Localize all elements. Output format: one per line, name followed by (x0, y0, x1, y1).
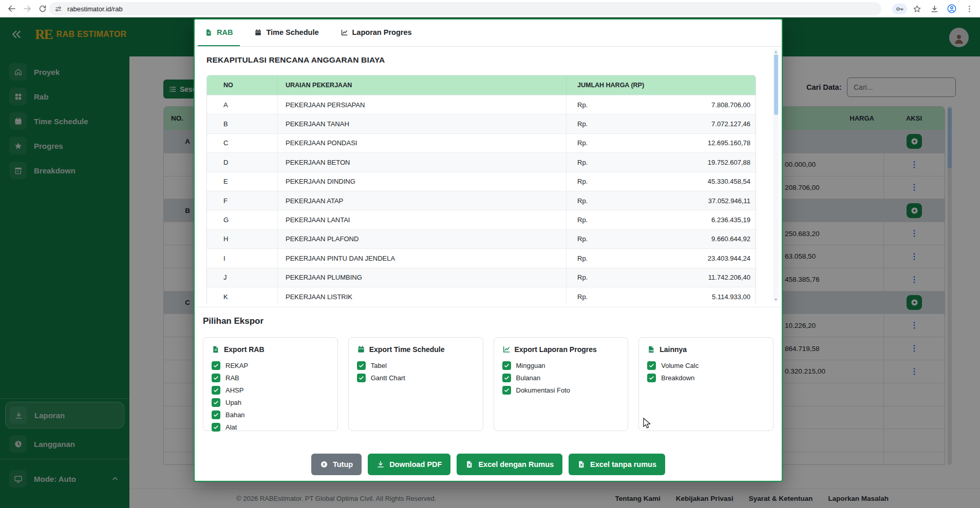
browser-profile-avatar[interactable] (944, 1, 959, 16)
checkbox-bahan[interactable]: Bahan (212, 408, 329, 421)
checkbox-bulanan[interactable]: Bulanan (502, 372, 620, 384)
screen: rabestimator.id/rab RE RAB ESTIMATOR Pro… (0, 0, 980, 508)
checkbox-checked-icon (212, 361, 220, 370)
checkbox-breakdown[interactable]: Breakdown (647, 372, 765, 384)
checkbox-dokumentasi-foto[interactable]: Dokumentasi Foto (502, 384, 620, 396)
browser-toolbar: rabestimator.id/rab (0, 0, 980, 17)
bookmark-star-icon[interactable] (909, 1, 925, 16)
rekap-row: JPEKERJAAN PLUMBINGRp.11.742.206,40 (207, 268, 756, 287)
rekap-table: NO URAIAN PEKERJAAN JUMLAH HARGA (RP) AP… (206, 75, 756, 304)
checkbox-checked-icon (357, 361, 366, 370)
downloads-icon[interactable] (927, 1, 942, 16)
browser-reload-button[interactable] (35, 1, 50, 16)
checkbox-volume-calc[interactable]: Volume Calc (647, 359, 765, 372)
checkbox-checked-icon (647, 361, 656, 370)
modal-scroll-area[interactable]: REKAPITULASI RENCANA ANGGARAN BIAYA NO U… (195, 47, 782, 304)
rekap-row: HPEKERJAAN PLAFONDRp.9.660.644,92 (207, 229, 756, 248)
modal-footer: Tutup Download PDF Excel dengan Rumus Ex… (195, 454, 782, 476)
rekap-row: DPEKERJAAN BETONRp.19.752.607,88 (207, 152, 756, 171)
export-lainnya-card: Lainnya Volume Calc Breakdown (638, 337, 774, 431)
checkbox-upah[interactable]: Upah (212, 396, 329, 408)
browser-menu-icon[interactable] (962, 1, 977, 16)
password-key-icon[interactable] (895, 5, 904, 13)
checkbox-checked-icon (647, 374, 656, 382)
scroll-down-arrow[interactable]: ▼ (773, 298, 779, 301)
export-options-section: Pilihan Ekspor Export RAB REKAP RAB AHSP… (195, 307, 782, 431)
export-time-schedule-card: Export Time Schedule Tabel Gantt Chart (348, 337, 483, 431)
rekap-row: GPEKERJAAN LANTAIRp.6.236.435,19 (207, 210, 756, 229)
laporan-export-modal: RAB Time Schedule Laporan Progres REKAPI… (194, 18, 783, 482)
scrollbar-thumb[interactable] (774, 54, 778, 115)
rekap-row: FPEKERJAAN ATAPRp.37.052.946,11 (207, 191, 756, 210)
checkbox-rab[interactable]: RAB (212, 372, 329, 384)
checkbox-ahsp[interactable]: AHSP (212, 384, 329, 396)
excel-file-icon (577, 460, 586, 468)
site-settings-icon[interactable] (54, 5, 62, 13)
tab-rab[interactable]: RAB (198, 19, 240, 46)
modal-scrollbar[interactable]: ▲ ▼ (773, 49, 779, 302)
rekap-row: BPEKERJAAN TANAHRp.7.072.127,46 (207, 114, 756, 133)
scroll-up-arrow[interactable]: ▲ (773, 50, 779, 53)
file-pdf-icon (647, 345, 655, 354)
close-button[interactable]: Tutup (311, 454, 362, 475)
checkbox-checked-icon (212, 398, 220, 407)
address-bar[interactable]: rabestimator.id/rab (49, 2, 881, 15)
file-icon (205, 29, 213, 36)
checkbox-gantt-chart[interactable]: Gantt Chart (357, 372, 475, 384)
checkbox-checked-icon (212, 411, 220, 419)
browser-back-button[interactable] (4, 1, 20, 16)
checkbox-rekap[interactable]: REKAP (212, 359, 329, 372)
export-rab-card: Export RAB REKAP RAB AHSP Upah Bahan Ala… (203, 337, 338, 431)
download-icon (376, 460, 385, 468)
url-text: rabestimator.id/rab (67, 5, 123, 13)
calendar-icon (357, 345, 365, 354)
checkbox-checked-icon (212, 386, 220, 395)
excel-without-formulas-button[interactable]: Excel tanpa rumus (569, 454, 665, 475)
checkbox-checked-icon (502, 386, 511, 395)
x-circle-icon (320, 460, 328, 468)
chart-icon (341, 29, 348, 36)
checkbox-checked-icon (212, 423, 220, 432)
browser-forward-button[interactable] (20, 1, 35, 16)
modal-title: REKAPITULASI RENCANA ANGGARAN BIAYA (206, 55, 782, 65)
checkbox-alat[interactable]: Alat (212, 421, 329, 433)
checkbox-checked-icon (502, 374, 511, 382)
rekap-row: APEKERJAAN PERSIAPANRp.7.808.706,00 (207, 95, 756, 114)
rekap-row: CPEKERJAAN PONDASIRp.12.695.160,78 (207, 133, 756, 152)
checkbox-checked-icon (502, 361, 511, 370)
checkbox-checked-icon (357, 374, 366, 382)
excel-file-icon (465, 460, 474, 468)
file-icon (212, 345, 220, 354)
tab-time-schedule[interactable]: Time Schedule (247, 19, 326, 46)
calendar-icon (254, 29, 262, 36)
export-laporan-progres-card: Export Laporan Progres Mingguan Bulanan … (494, 337, 629, 431)
checkbox-tabel[interactable]: Tabel (357, 359, 475, 372)
excel-with-formulas-button[interactable]: Excel dengan Rumus (457, 454, 562, 475)
chart-icon (502, 345, 511, 354)
export-heading: Pilihan Ekspor (203, 316, 782, 326)
mouse-cursor (643, 418, 652, 430)
rekap-row: IPEKERJAAN PINTU DAN JENDELARp.23.403.94… (207, 248, 756, 267)
checkbox-checked-icon (212, 374, 220, 382)
modal-tab-bar: RAB Time Schedule Laporan Progres (195, 19, 782, 47)
rekap-row: KPEKERJAAN LISTRIKRp.5.114.933,00 (207, 287, 756, 304)
password-key-pill (892, 4, 907, 14)
tab-laporan-progres[interactable]: Laporan Progres (333, 19, 419, 46)
checkbox-mingguan[interactable]: Mingguan (502, 359, 620, 372)
rekap-row: EPEKERJAAN DINDINGRp.45.330.458,54 (207, 172, 756, 191)
rekap-table-header: NO URAIAN PEKERJAAN JUMLAH HARGA (RP) (207, 75, 756, 95)
download-pdf-button[interactable]: Download PDF (368, 454, 450, 475)
